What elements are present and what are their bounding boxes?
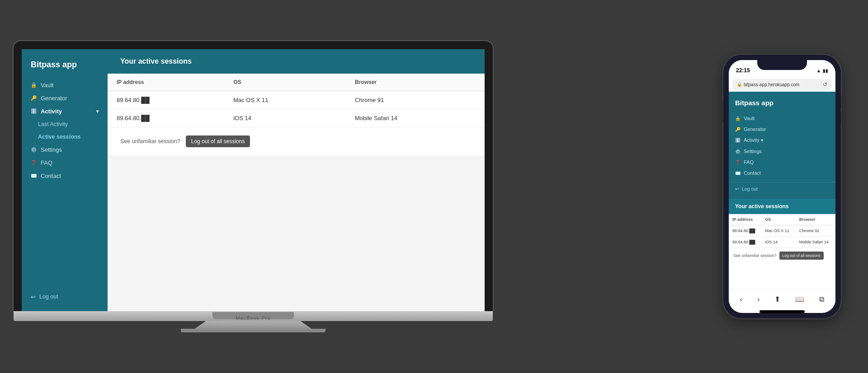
laptop-foot — [181, 329, 326, 332]
sidebar-label-generator: Generator — [41, 95, 67, 102]
phone-logout-label: Log out — [742, 186, 758, 191]
sidebar-label-active-sessions: Active sessions — [38, 134, 81, 140]
back-button[interactable]: ‹ — [736, 294, 746, 305]
sidebar-label-vault: Vault — [41, 82, 54, 89]
volume-down-button[interactable] — [841, 112, 843, 124]
activity-chevron-icon: ▾ — [96, 109, 99, 114]
sidebar-app-title: Bitpass app — [22, 56, 108, 79]
phone-unfamiliar-text: See unfamiliar session? — [733, 253, 777, 258]
phone-logout-button[interactable]: ↩ Log out — [729, 182, 835, 195]
sidebar-item-activity[interactable]: ℹ️ Activity ▾ — [22, 105, 108, 118]
phone-nav-vault-label: Vault — [744, 116, 755, 121]
sidebar-label-faq: FAQ — [41, 159, 52, 166]
phone-sessions-table: IP address OS Browser 89.64.80.██ Mac OS… — [729, 214, 835, 248]
logout-button[interactable]: ↩ Log out — [22, 290, 108, 304]
sidebar-item-faq[interactable]: ❓ FAQ — [22, 156, 108, 169]
sidebar-label-activity: Activity — [41, 108, 62, 115]
reload-icon[interactable]: ↺ — [823, 81, 827, 88]
cell-browser: Mobile Safari 14 — [796, 237, 835, 248]
wifi-icon: ▲ — [816, 68, 821, 73]
phone-bottom-bar: ‹ › ⬆ 📖 ⧉ — [729, 289, 835, 309]
main-content: Your active sessions IP address OS Brows… — [108, 49, 485, 311]
laptop-model-label: MacBook Pro — [236, 315, 270, 321]
sidebar-item-last-activity[interactable]: Last Activity — [22, 118, 108, 131]
phone-status-bar: 22:15 ▲ ▮▮ — [729, 60, 835, 77]
sidebar-item-generator[interactable]: 🔑 Generator — [22, 92, 108, 105]
phone-nav-contact[interactable]: ✉️ Contact — [729, 168, 835, 178]
sidebar: Bitpass app 🔒 Vault 🔑 Generator ℹ️ Activ… — [22, 49, 108, 311]
volume-up-button[interactable] — [841, 95, 843, 108]
phone-unfamiliar-row: See unfamiliar session? Log out of all s… — [729, 248, 835, 263]
phone-nav-vault[interactable]: 🔒 Vault — [729, 113, 835, 124]
laptop-bezel: Bitpass app 🔒 Vault 🔑 Generator ℹ️ Activ… — [14, 41, 493, 311]
phone-nav-activity-label: Activity ▾ — [744, 137, 764, 143]
sessions-table-wrapper: IP address OS Browser 89.64.80.██ Mac OS… — [108, 74, 485, 127]
sidebar-item-active-sessions[interactable]: Active sessions — [22, 131, 108, 143]
power-button[interactable] — [722, 100, 723, 122]
settings-icon: ⚙️ — [31, 147, 37, 153]
contact-icon: ✉️ — [31, 173, 37, 179]
phone-app-title: Bitpass app — [729, 97, 835, 113]
home-indicator — [760, 310, 805, 313]
phone-notch — [757, 60, 807, 70]
vault-icon: 🔒 — [31, 82, 37, 88]
table-row: 89.64.80.██ Mac OS X 11 Chrome 91 — [108, 91, 485, 109]
phone-logout-all-button[interactable]: Log out of all sessions — [779, 252, 824, 260]
url-text: bitpass-app.herokuapp.com — [744, 82, 823, 87]
phone-settings-icon: ⚙️ — [735, 149, 741, 154]
share-button[interactable]: ⬆ — [771, 293, 784, 305]
phone-nav-settings-label: Settings — [744, 149, 762, 154]
sidebar-item-settings[interactable]: ⚙️ Settings — [22, 143, 108, 156]
col-header-ip: IP address — [108, 74, 224, 91]
cell-os: iOS 14 — [224, 109, 346, 127]
forward-button[interactable]: › — [754, 294, 763, 305]
phone-nav-activity[interactable]: ℹ️ Activity ▾ — [729, 135, 835, 146]
laptop-device: Bitpass app 🔒 Vault 🔑 Generator ℹ️ Activ… — [14, 41, 493, 332]
phone-nav-contact-label: Contact — [744, 170, 761, 176]
laptop-screen: Bitpass app 🔒 Vault 🔑 Generator ℹ️ Activ… — [22, 49, 485, 311]
phone-contact-icon: ✉️ — [735, 171, 741, 176]
tabs-button[interactable]: ⧉ — [816, 294, 828, 305]
generator-icon: 🔑 — [31, 95, 37, 101]
phone-nav-faq[interactable]: ❓ FAQ — [729, 157, 835, 168]
phone-vault-icon: 🔒 — [735, 116, 741, 121]
lock-icon: 🔒 — [737, 82, 742, 87]
sidebar-item-vault[interactable]: 🔒 Vault — [22, 79, 108, 92]
cell-browser: Mobile Safari 14 — [346, 109, 485, 127]
col-header-browser: Browser — [346, 74, 485, 91]
bookmark-button[interactable]: 📖 — [792, 293, 808, 305]
sidebar-label-contact: Contact — [41, 173, 61, 179]
cell-os: Mac OS X 11 — [224, 91, 346, 109]
cell-os: iOS 14 — [761, 237, 796, 248]
unfamiliar-row: See unfamiliar session? Log out of all s… — [108, 127, 485, 155]
phone-nav-generator[interactable]: 🔑 Generator — [729, 124, 835, 135]
phone-url-bar[interactable]: 🔒 bitpass-app.herokuapp.com ↺ — [732, 79, 832, 90]
table-row: 89.64.80.██ iOS 14 Mobile Safari 14 — [108, 109, 485, 127]
phone-outer: 22:15 ▲ ▮▮ 🔒 bitpass-app.herokuapp.com ↺… — [723, 55, 841, 318]
sessions-table: IP address OS Browser 89.64.80.██ Mac OS… — [108, 74, 485, 127]
col-header-os: OS — [224, 74, 346, 91]
cell-os: Mac OS X 11 — [761, 225, 796, 237]
phone-status-icons: ▲ ▮▮ — [816, 68, 828, 73]
logout-all-button[interactable]: Log out of all sessions — [186, 135, 250, 147]
activity-icon: ℹ️ — [31, 108, 37, 114]
cell-ip: 89.64.80.██ — [108, 109, 224, 127]
phone-nav-settings[interactable]: ⚙️ Settings — [729, 146, 835, 157]
table-row: 89.64.80.██ iOS 14 Mobile Safari 14 — [729, 237, 835, 248]
phone-screen: 22:15 ▲ ▮▮ 🔒 bitpass-app.herokuapp.com ↺… — [729, 60, 835, 313]
sidebar-item-contact[interactable]: ✉️ Contact — [22, 169, 108, 182]
cell-ip: 89.64.80.██ — [108, 91, 224, 109]
phone-scroll-area[interactable]: Bitpass app 🔒 Vault 🔑 Generator ℹ️ Activ… — [729, 92, 835, 289]
phone-time: 22:15 — [736, 67, 750, 74]
phone-nav-generator-label: Generator — [744, 126, 766, 132]
page-title: Your active sessions — [108, 49, 485, 74]
faq-icon: ❓ — [31, 160, 37, 166]
cell-browser: Chrome 91 — [796, 225, 835, 237]
phone-generator-icon: 🔑 — [735, 127, 741, 132]
logout-label: Log out — [39, 294, 58, 300]
phone-activity-icon: ℹ️ — [735, 138, 741, 143]
phone-sidebar: Bitpass app 🔒 Vault 🔑 Generator ℹ️ Activ… — [729, 92, 835, 199]
unfamiliar-text: See unfamiliar session? — [120, 138, 180, 145]
phone-logout-icon: ↩ — [735, 186, 739, 191]
phone-col-os: OS — [761, 214, 796, 225]
